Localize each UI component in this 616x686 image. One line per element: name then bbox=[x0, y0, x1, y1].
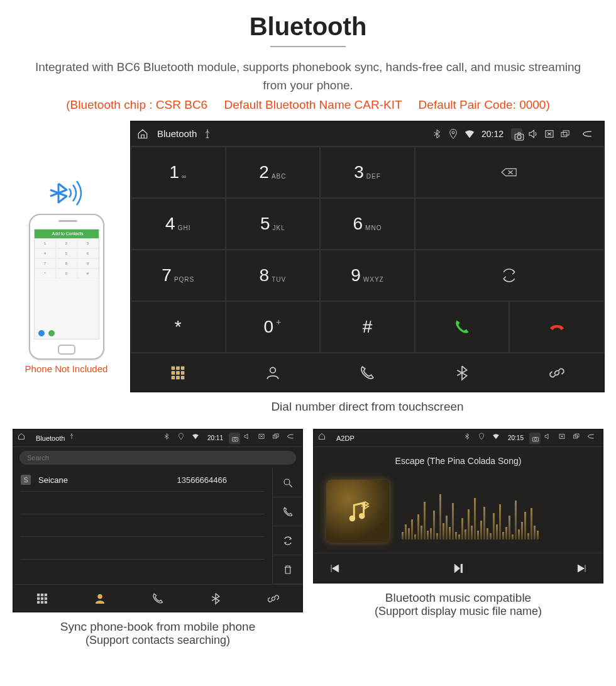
tab-calllog[interactable] bbox=[129, 585, 187, 612]
svg-rect-35 bbox=[574, 435, 578, 438]
header-description: Integrated with BC6 Bluetooth module, su… bbox=[31, 58, 585, 94]
tab-bluetooth[interactable] bbox=[415, 353, 510, 392]
contact-name: Seicane bbox=[38, 475, 68, 485]
contact-phone: 13566664466 bbox=[177, 475, 227, 485]
back-icon[interactable] bbox=[287, 433, 298, 444]
tab-contacts[interactable] bbox=[71, 585, 129, 612]
key-2[interactable]: 2ABC bbox=[226, 147, 321, 198]
side-delete-button[interactable] bbox=[273, 555, 302, 584]
back-icon[interactable] bbox=[581, 128, 598, 140]
close-window-icon[interactable] bbox=[258, 433, 269, 444]
bluetooth-icon bbox=[463, 433, 475, 444]
page-title: Bluetooth bbox=[6, 13, 610, 41]
svg-rect-12 bbox=[172, 376, 175, 379]
key-1[interactable]: 1∞ bbox=[131, 147, 226, 198]
location-icon bbox=[478, 433, 489, 444]
svg-rect-28 bbox=[38, 601, 40, 603]
status-title: Bluetooth bbox=[36, 434, 65, 442]
tab-calllog[interactable] bbox=[320, 353, 415, 392]
multitask-icon[interactable] bbox=[272, 433, 283, 444]
phone-column: Add to Contacts 123 456 789 *0# Phone No… bbox=[11, 121, 121, 374]
phone-keypad-mini: 123 456 789 *0# bbox=[35, 238, 99, 279]
dialer-device: Bluetooth 20:12 1∞ 2A bbox=[130, 121, 605, 392]
key-7[interactable]: 7PQRS bbox=[131, 250, 226, 301]
usb-icon bbox=[68, 433, 79, 444]
key-0[interactable]: 0+ bbox=[226, 301, 321, 353]
call-button[interactable] bbox=[415, 301, 510, 353]
svg-rect-23 bbox=[41, 594, 43, 595]
svg-rect-6 bbox=[172, 367, 175, 369]
svg-point-0 bbox=[452, 131, 454, 133]
contact-row[interactable]: S Seicane 13566664466 bbox=[21, 471, 265, 492]
svg-point-37 bbox=[349, 516, 356, 522]
camera-icon[interactable] bbox=[511, 128, 522, 140]
dial-grid: 1∞ 2ABC 3DEF 4GHI 5JKL 6MNO 7PQRS 8TUV 9… bbox=[131, 147, 604, 353]
next-button[interactable] bbox=[561, 553, 603, 583]
svg-point-17 bbox=[234, 438, 236, 440]
svg-rect-13 bbox=[177, 376, 179, 379]
tab-pair[interactable] bbox=[509, 353, 604, 392]
location-icon bbox=[448, 128, 459, 140]
header-spec: (Bluetooth chip : CSR BC6 Default Blueto… bbox=[6, 98, 610, 112]
camera-icon[interactable] bbox=[229, 433, 240, 444]
close-window-icon[interactable] bbox=[544, 128, 555, 140]
key-9[interactable]: 9WXYZ bbox=[320, 250, 415, 301]
usb-icon bbox=[202, 128, 213, 140]
volume-icon[interactable] bbox=[544, 433, 555, 444]
svg-rect-5 bbox=[563, 130, 569, 135]
key-star[interactable]: * bbox=[131, 301, 226, 353]
contact-badge: S bbox=[21, 475, 31, 485]
svg-rect-14 bbox=[182, 376, 184, 379]
multitask-icon[interactable] bbox=[560, 128, 576, 140]
side-sync-button[interactable] bbox=[273, 526, 302, 555]
key-5[interactable]: 5JKL bbox=[226, 198, 321, 250]
camera-icon[interactable] bbox=[529, 433, 541, 444]
key-3[interactable]: 3DEF bbox=[320, 147, 415, 198]
multitask-icon[interactable] bbox=[573, 433, 584, 444]
key-hash[interactable]: # bbox=[320, 301, 415, 353]
svg-rect-36 bbox=[575, 434, 579, 437]
back-icon[interactable] bbox=[587, 433, 598, 444]
tab-bluetooth[interactable] bbox=[187, 585, 245, 612]
search-input[interactable] bbox=[19, 451, 296, 465]
svg-rect-4 bbox=[561, 132, 567, 136]
bluetooth-icon bbox=[163, 433, 174, 444]
key-4[interactable]: 4GHI bbox=[131, 198, 226, 250]
phone-screen-topbar: Add to Contacts bbox=[35, 230, 99, 238]
side-search-button[interactable] bbox=[273, 468, 302, 497]
hangup-button[interactable] bbox=[509, 301, 604, 353]
close-window-icon[interactable] bbox=[558, 433, 569, 444]
tab-keypad[interactable] bbox=[131, 353, 226, 392]
side-call-button[interactable] bbox=[273, 497, 302, 526]
svg-point-2 bbox=[517, 135, 521, 138]
play-pause-button[interactable] bbox=[437, 553, 479, 583]
key-6[interactable]: 6MNO bbox=[320, 198, 415, 250]
volume-icon[interactable] bbox=[243, 433, 255, 444]
song-title: Escape (The Pina Colada Song) bbox=[314, 447, 603, 470]
prev-button[interactable] bbox=[314, 553, 355, 583]
home-icon[interactable] bbox=[137, 128, 148, 140]
tab-pair[interactable] bbox=[245, 585, 302, 612]
svg-point-15 bbox=[270, 367, 276, 373]
music-caption: Bluetooth music compatible (Support disp… bbox=[313, 591, 603, 618]
location-icon bbox=[177, 433, 189, 444]
svg-point-33 bbox=[534, 438, 537, 440]
svg-rect-26 bbox=[41, 597, 43, 599]
home-icon[interactable] bbox=[318, 433, 329, 444]
status-title: Bluetooth bbox=[157, 128, 197, 139]
album-art bbox=[326, 480, 389, 543]
tab-contacts[interactable] bbox=[226, 353, 321, 392]
svg-rect-29 bbox=[41, 601, 43, 603]
phone-mockup: Add to Contacts 123 456 789 *0# bbox=[29, 214, 104, 360]
voice-switch-button[interactable] bbox=[415, 250, 604, 301]
tab-keypad[interactable] bbox=[13, 585, 71, 612]
dialer-caption: Dial number direct from touchscreen bbox=[130, 400, 605, 414]
bluetooth-icon bbox=[431, 128, 443, 140]
svg-rect-24 bbox=[45, 594, 47, 595]
volume-icon[interactable] bbox=[527, 128, 539, 140]
blank-row2 bbox=[415, 198, 604, 250]
backspace-button[interactable] bbox=[415, 147, 604, 198]
key-8[interactable]: 8TUV bbox=[226, 250, 321, 301]
svg-rect-20 bbox=[275, 434, 278, 437]
home-icon[interactable] bbox=[18, 433, 29, 444]
